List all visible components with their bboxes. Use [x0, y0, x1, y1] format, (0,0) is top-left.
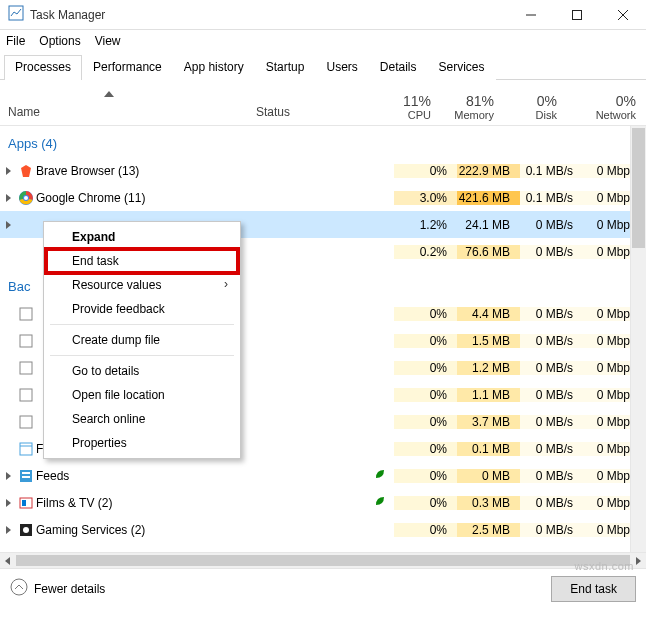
title-bar: Task Manager [0, 0, 646, 30]
context-menu: Expand End task Resource values Provide … [43, 221, 241, 459]
window-title: Task Manager [30, 8, 508, 22]
column-name[interactable]: Name [0, 105, 256, 125]
menu-separator [50, 355, 234, 356]
expand-icon[interactable] [0, 167, 16, 175]
ctx-end-task[interactable]: End task [46, 249, 238, 273]
tab-performance[interactable]: Performance [82, 55, 173, 80]
process-row-brave[interactable]: Brave Browser (13) 0% 222.9 MB 0.1 MB/s … [0, 157, 646, 184]
ctx-properties[interactable]: Properties [46, 431, 238, 455]
maximize-button[interactable] [554, 0, 600, 30]
column-header-row: Name Status 11% CPU 81% Memory 0% Disk 0… [0, 80, 646, 126]
process-name: Brave Browser (13) [36, 164, 306, 178]
disk-pct: 0% [504, 93, 557, 109]
gaming-icon [16, 523, 36, 537]
process-name: Feeds [36, 469, 306, 483]
leaf-icon [374, 495, 386, 510]
fewer-details-label: Fewer details [34, 582, 105, 596]
app-icon [8, 5, 24, 24]
column-network[interactable]: 0% Network [567, 89, 646, 125]
expand-icon[interactable] [0, 526, 16, 534]
svg-rect-10 [20, 335, 32, 347]
generic-app-icon [16, 361, 36, 375]
ctx-open-location[interactable]: Open file location [46, 383, 238, 407]
memory-pct: 81% [441, 93, 494, 109]
minimize-button[interactable] [508, 0, 554, 30]
horizontal-scrollbar[interactable] [0, 552, 646, 568]
cpu-pct: 11% [378, 93, 431, 109]
expand-icon[interactable] [0, 194, 16, 202]
menu-file[interactable]: File [6, 34, 25, 48]
svg-rect-17 [22, 472, 30, 474]
vertical-scrollbar[interactable] [630, 126, 646, 552]
process-row-gaming[interactable]: Gaming Services (2) 0% 2.5 MB 0 MB/s 0 M… [0, 516, 646, 543]
brave-icon [16, 163, 36, 179]
expand-icon[interactable] [0, 221, 16, 229]
tab-app-history[interactable]: App history [173, 55, 255, 80]
group-apps: Apps (4) [0, 126, 646, 157]
close-button[interactable] [600, 0, 646, 30]
watermark-text: wsxdn.com [574, 560, 634, 572]
process-name: Google Chrome (11) [36, 191, 306, 205]
ctx-expand[interactable]: Expand [46, 225, 238, 249]
feeds-icon [16, 469, 36, 483]
fewer-details-toggle[interactable]: Fewer details [10, 578, 105, 599]
column-status[interactable]: Status [256, 105, 378, 125]
scroll-thumb[interactable] [632, 128, 645, 248]
svg-point-23 [11, 579, 27, 595]
svg-point-22 [23, 527, 29, 533]
tab-services[interactable]: Services [428, 55, 496, 80]
sort-indicator-icon [104, 86, 114, 100]
svg-rect-9 [20, 308, 32, 320]
films-icon [16, 496, 36, 510]
generic-app-icon [16, 388, 36, 402]
svg-rect-20 [22, 500, 26, 506]
column-memory[interactable]: 81% Memory [441, 89, 504, 125]
process-row-chrome[interactable]: Google Chrome (11) 3.0% 421.6 MB 0.1 MB/… [0, 184, 646, 211]
column-disk[interactable]: 0% Disk [504, 89, 567, 125]
tab-users[interactable]: Users [315, 55, 368, 80]
menu-options[interactable]: Options [39, 34, 80, 48]
window-icon [16, 442, 36, 456]
scroll-thumb[interactable] [16, 555, 630, 566]
tab-processes[interactable]: Processes [4, 55, 82, 80]
menu-bar: File Options View [0, 30, 646, 52]
svg-rect-18 [22, 476, 30, 478]
expand-icon[interactable] [0, 499, 16, 507]
chrome-icon [16, 190, 36, 206]
svg-rect-2 [573, 10, 582, 19]
process-name: Gaming Services (2) [36, 523, 306, 537]
svg-rect-12 [20, 389, 32, 401]
svg-rect-13 [20, 416, 32, 428]
ctx-dump[interactable]: Create dump file [46, 328, 238, 352]
scroll-left-icon[interactable] [0, 553, 16, 568]
tab-details[interactable]: Details [369, 55, 428, 80]
leaf-icon [374, 468, 386, 483]
generic-app-icon [16, 307, 36, 321]
process-name: Films & TV (2) [36, 496, 306, 510]
network-pct: 0% [567, 93, 636, 109]
ctx-resource-values[interactable]: Resource values [46, 273, 238, 297]
tab-bar: Processes Performance App history Startu… [0, 54, 646, 80]
ctx-go-details[interactable]: Go to details [46, 359, 238, 383]
ctx-feedback[interactable]: Provide feedback [46, 297, 238, 321]
end-task-button[interactable]: End task [551, 576, 636, 602]
svg-point-8 [24, 196, 28, 200]
footer-bar: Fewer details End task [0, 568, 646, 608]
menu-separator [50, 324, 234, 325]
tab-startup[interactable]: Startup [255, 55, 316, 80]
svg-rect-11 [20, 362, 32, 374]
expand-icon[interactable] [0, 472, 16, 480]
column-cpu[interactable]: 11% CPU [378, 89, 441, 125]
svg-rect-14 [20, 443, 32, 455]
menu-view[interactable]: View [95, 34, 121, 48]
ctx-search-online[interactable]: Search online [46, 407, 238, 431]
generic-app-icon [16, 415, 36, 429]
chevron-up-icon [10, 578, 28, 599]
process-row-films-tv[interactable]: Films & TV (2) 0% 0.3 MB 0 MB/s 0 Mbps [0, 489, 646, 516]
generic-app-icon [16, 334, 36, 348]
process-row-feeds[interactable]: Feeds 0% 0 MB 0 MB/s 0 Mbps [0, 462, 646, 489]
